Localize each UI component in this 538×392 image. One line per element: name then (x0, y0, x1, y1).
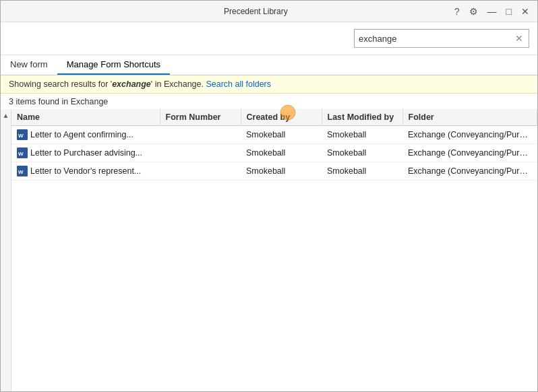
table-row[interactable]: WLetter to Agent confirming...SmokeballS… (11, 126, 537, 144)
cell-form-number (160, 144, 241, 162)
search-all-folders-link[interactable]: Search all folders (206, 79, 271, 89)
tab-manage-shortcuts-label: Manage Form Shortcuts (67, 59, 160, 69)
maximize-icon[interactable]: □ (504, 5, 514, 18)
svg-text:W: W (18, 133, 24, 139)
notification-middle: ' in Exchange. (151, 79, 204, 89)
cell-name-text: Letter to Purchaser advising... (30, 148, 142, 158)
window-title: Precedent Library (60, 7, 452, 16)
results-table: Name Form Number Created by Last Modifie… (11, 109, 537, 181)
cell-name: WLetter to Vendor's represent... (11, 162, 160, 181)
cell-folder: Exchange (Conveyancing/Purch... (402, 144, 537, 162)
cell-name-text: Letter to Vendor's represent... (30, 166, 141, 176)
word-doc-icon: W (17, 129, 28, 140)
notification-term: exchange (112, 79, 151, 89)
window-controls: ? ⚙ — □ ✕ (452, 5, 532, 18)
svg-text:W: W (18, 169, 24, 175)
table-header-row: Name Form Number Created by Last Modifie… (11, 109, 537, 126)
col-header-name[interactable]: Name (11, 109, 160, 126)
main-window: Precedent Library ? ⚙ — □ ✕ ✕ New form M… (0, 0, 538, 392)
cell-created-by: Smokeball (241, 144, 322, 162)
cell-created-by: Smokeball (241, 126, 322, 144)
cell-folder: Exchange (Conveyancing/Purch... (402, 162, 537, 181)
items-count: 3 items found in Exchange (1, 94, 537, 109)
search-clear-icon[interactable]: ✕ (514, 33, 525, 44)
col-header-form-number[interactable]: Form Number (160, 109, 241, 126)
search-bar-area: ✕ (1, 22, 537, 55)
cell-name: WLetter to Purchaser advising... (11, 144, 160, 162)
col-header-last-modified[interactable]: Last Modified by (322, 109, 402, 126)
cell-last-modified: Smokeball (322, 162, 402, 181)
content-area: ▲ Name Form Number Created by Last Modif… (1, 109, 537, 391)
cell-last-modified: Smokeball (322, 144, 402, 162)
cell-name-text: Letter to Agent confirming... (30, 130, 133, 139)
cell-created-by: Smokeball (241, 162, 322, 181)
notification-prefix: Showing search results for ' (9, 79, 112, 89)
cell-name: WLetter to Agent confirming... (11, 126, 160, 144)
help-icon[interactable]: ? (452, 5, 462, 18)
table-row[interactable]: WLetter to Purchaser advising...Smokebal… (11, 144, 537, 162)
word-doc-icon: W (17, 148, 28, 158)
tab-new-form-label: New form (10, 59, 48, 69)
settings-icon[interactable]: ⚙ (467, 5, 481, 18)
word-doc-icon: W (17, 166, 28, 176)
cell-form-number (160, 126, 241, 144)
cell-form-number (160, 162, 241, 181)
tab-manage-shortcuts[interactable]: Manage Form Shortcuts (57, 55, 170, 75)
svg-text:W: W (18, 151, 24, 157)
table-area: Name Form Number Created by Last Modifie… (11, 109, 537, 391)
close-icon[interactable]: ✕ (518, 5, 532, 18)
col-header-created-by[interactable]: Created by (241, 109, 322, 126)
col-header-folder[interactable]: Folder (402, 109, 537, 126)
cell-last-modified: Smokeball (322, 126, 402, 144)
table-row[interactable]: WLetter to Vendor's represent...Smokebal… (11, 162, 537, 181)
search-box: ✕ (354, 29, 529, 48)
title-bar: Precedent Library ? ⚙ — □ ✕ (1, 1, 537, 22)
cell-folder: Exchange (Conveyancing/Purch... (402, 126, 537, 144)
notification-banner: Showing search results for 'exchange' in… (1, 75, 537, 94)
tabs-row: New form Manage Form Shortcuts (1, 55, 537, 75)
tab-new-form[interactable]: New form (1, 55, 57, 75)
left-nav: ▲ (1, 109, 11, 391)
nav-arrow-icon[interactable]: ▲ (3, 112, 9, 119)
search-input[interactable] (359, 34, 514, 44)
minimize-icon[interactable]: — (485, 5, 500, 18)
